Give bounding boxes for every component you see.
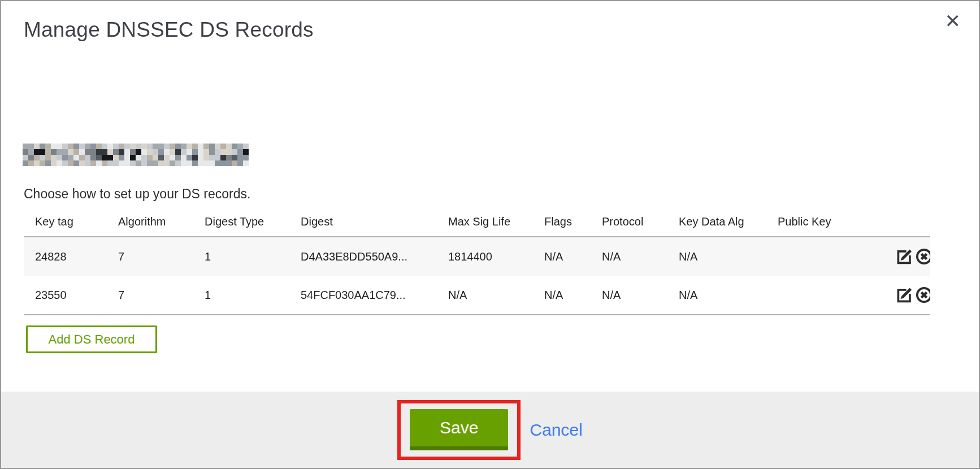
edit-icon[interactable] xyxy=(895,285,914,305)
column-header-protocol: Protocol xyxy=(591,207,667,237)
column-header-digest-type: Digest Type xyxy=(193,207,289,237)
cell-protocol: N/A xyxy=(591,237,667,276)
manage-dnssec-ds-records-dialog: Manage DNSSEC DS Records ✕ Choose how to… xyxy=(0,0,980,469)
ds-records-table: Key tagAlgorithmDigest TypeDigestMax Sig… xyxy=(24,207,930,315)
cell-algorithm: 7 xyxy=(107,276,193,315)
cell-digest-type: 1 xyxy=(193,276,289,315)
cell-key-tag: 24828 xyxy=(24,237,107,276)
cell-algorithm: 7 xyxy=(107,237,193,276)
instruction-text: Choose how to set up your DS records. xyxy=(24,186,250,202)
cell-flags: N/A xyxy=(533,237,591,276)
column-header-algorithm: Algorithm xyxy=(107,207,193,237)
column-header-key-tag: Key tag xyxy=(24,207,107,237)
cell-digest: D4A33E8DD550A9... xyxy=(289,237,437,276)
page-title: Manage DNSSEC DS Records xyxy=(24,18,314,42)
table-row: 235507154FCF030AA1C79...N/AN/AN/AN/A xyxy=(24,276,930,315)
add-ds-record-button[interactable]: Add DS Record xyxy=(26,325,157,353)
column-header-max-sig-life: Max Sig Life xyxy=(437,207,533,237)
cell-actions xyxy=(883,276,930,315)
edit-icon[interactable] xyxy=(895,247,914,266)
column-header-actions xyxy=(883,207,930,237)
table-header-row: Key tagAlgorithmDigest TypeDigestMax Sig… xyxy=(24,207,930,237)
close-icon[interactable]: ✕ xyxy=(945,11,961,31)
cell-max-sig-life: 1814400 xyxy=(437,237,533,276)
table-row: 2482871D4A33E8DD550A9...1814400N/AN/AN/A xyxy=(24,237,930,276)
column-header-flags: Flags xyxy=(533,207,591,237)
cell-digest: 54FCF030AA1C79... xyxy=(289,276,437,315)
delete-icon[interactable] xyxy=(914,247,930,266)
column-header-key-data-alg: Key Data Alg xyxy=(667,207,766,237)
dialog-footer: Save Cancel xyxy=(1,392,979,468)
delete-icon[interactable] xyxy=(914,285,930,305)
cell-digest-type: 1 xyxy=(193,237,289,276)
column-header-public-key: Public Key xyxy=(766,207,883,237)
cell-max-sig-life: N/A xyxy=(437,276,533,315)
cell-protocol: N/A xyxy=(591,276,667,315)
cell-public-key xyxy=(766,237,883,276)
cell-public-key xyxy=(766,276,883,315)
cell-key-data-alg: N/A xyxy=(667,276,766,315)
cell-flags: N/A xyxy=(533,276,591,315)
cell-actions xyxy=(883,237,930,276)
cell-key-data-alg: N/A xyxy=(667,237,766,276)
redacted-domain-name xyxy=(23,144,249,166)
cell-key-tag: 23550 xyxy=(24,276,107,315)
cancel-link[interactable]: Cancel xyxy=(530,420,582,440)
save-highlight-annotation: Save xyxy=(397,400,521,460)
save-button[interactable]: Save xyxy=(410,409,508,450)
column-header-digest: Digest xyxy=(289,207,437,237)
